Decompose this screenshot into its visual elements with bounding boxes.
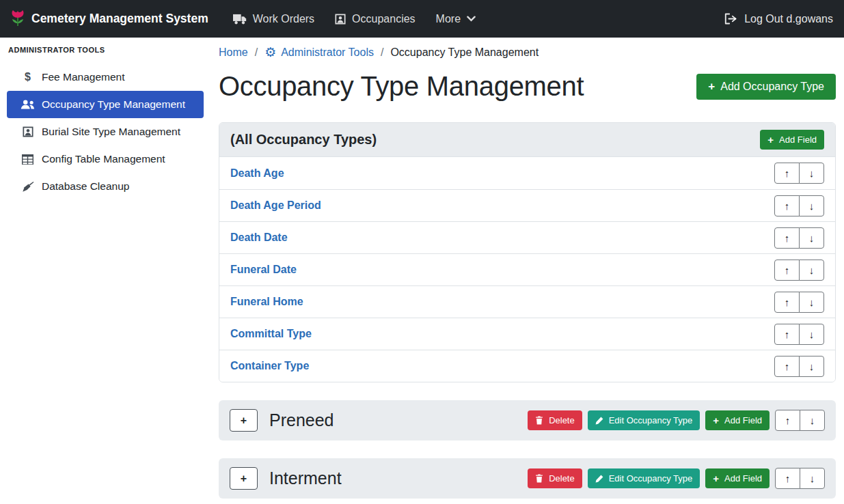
pencil-icon	[595, 417, 603, 425]
arrow-up-icon: ↑	[785, 415, 791, 426]
plus-icon: +	[713, 473, 719, 484]
arrow-down-icon: ↓	[810, 415, 815, 426]
reorder-buttons: ↑ ↓	[774, 195, 824, 216]
arrow-up-icon: ↑	[785, 328, 790, 340]
reorder-buttons: ↑ ↓	[774, 292, 824, 313]
reorder-buttons: ↑ ↓	[774, 356, 824, 377]
logout-button[interactable]: Log Out d.gowans	[724, 13, 833, 25]
breadcrumb-administrator-tools[interactable]: ⚙ Administrator Tools	[264, 46, 374, 59]
plus-icon: +	[767, 135, 774, 145]
delete-button[interactable]: Delete	[528, 410, 582, 430]
reorder-buttons: ↑ ↓	[774, 163, 824, 184]
arrow-down-icon: ↓	[810, 473, 815, 484]
table-icon	[21, 154, 35, 165]
field-link[interactable]: Funeral Home	[230, 296, 303, 308]
sidebar-item-burial-site-type-management[interactable]: Burial Site Type Management	[7, 118, 204, 145]
section-actions: Delete Edit Occupancy Type + Add Field ↑…	[528, 410, 825, 431]
app-brand[interactable]: Cemetery Management System	[11, 10, 208, 28]
field-link[interactable]: Committal Type	[230, 328, 312, 340]
add-occupancy-type-button[interactable]: + Add Occupancy Type	[696, 74, 836, 100]
nav-work-orders[interactable]: Work Orders	[233, 13, 314, 25]
move-down-button[interactable]: ↓	[799, 260, 824, 281]
move-up-button[interactable]: ↑	[774, 292, 800, 313]
breadcrumb-current: Occupancy Type Management	[390, 46, 539, 59]
move-down-button[interactable]: ↓	[799, 227, 824, 249]
edit-occupancy-type-button[interactable]: Edit Occupancy Type	[588, 468, 700, 488]
breadcrumb-home-label: Home	[219, 46, 248, 59]
field-link[interactable]: Funeral Date	[230, 264, 297, 276]
field-link[interactable]: Container Type	[230, 360, 309, 372]
edit-occupancy-type-label: Edit Occupancy Type	[609, 415, 693, 425]
sidebar-item-fee-management[interactable]: $ Fee Management	[7, 64, 204, 91]
field-row: Funeral Home ↑ ↓	[219, 285, 835, 318]
page-title: Occupancy Type Management	[219, 71, 584, 102]
delete-button[interactable]: Delete	[528, 468, 582, 488]
move-down-button[interactable]: ↓	[799, 195, 824, 216]
move-up-button[interactable]: ↑	[774, 227, 800, 249]
move-up-button[interactable]: ↑	[774, 195, 800, 216]
main-content: Home / ⚙ Administrator Tools / Occupancy…	[219, 38, 836, 499]
person-booth-icon	[21, 126, 35, 137]
move-up-button[interactable]: ↑	[775, 410, 800, 431]
move-up-button[interactable]: ↑	[774, 260, 800, 281]
move-down-button[interactable]: ↓	[799, 356, 824, 377]
field-row: Committal Type ↑ ↓	[219, 318, 835, 350]
reorder-buttons: ↑ ↓	[775, 468, 825, 489]
sidebar-item-occupancy-type-management[interactable]: Occupancy Type Management	[7, 91, 204, 118]
nav-occupancies[interactable]: Occupancies	[335, 13, 416, 25]
move-down-button[interactable]: ↓	[799, 163, 824, 184]
navbar-links: Work Orders Occupancies More	[213, 13, 476, 25]
arrow-down-icon: ↓	[809, 200, 815, 212]
breadcrumb-home[interactable]: Home	[219, 46, 248, 59]
expand-button[interactable]: +	[230, 467, 258, 490]
field-row: Container Type ↑ ↓	[219, 350, 835, 382]
add-field-button[interactable]: + Add Field	[705, 410, 770, 430]
delete-label: Delete	[549, 415, 575, 425]
arrow-down-icon: ↓	[809, 167, 815, 179]
section-actions: Delete Edit Occupancy Type + Add Field ↑…	[528, 468, 825, 489]
move-down-button[interactable]: ↓	[799, 324, 824, 345]
truck-icon	[233, 14, 247, 25]
sidebar-item-label: Occupancy Type Management	[42, 98, 185, 111]
nav-more-label: More	[436, 13, 461, 25]
reorder-buttons: ↑ ↓	[774, 324, 824, 345]
move-down-button[interactable]: ↓	[799, 292, 824, 313]
add-field-label: Add Field	[724, 473, 762, 484]
move-up-button[interactable]: ↑	[774, 356, 800, 377]
move-down-button[interactable]: ↓	[800, 468, 825, 489]
edit-occupancy-type-button[interactable]: Edit Occupancy Type	[588, 410, 700, 430]
app-title: Cemetery Management System	[31, 12, 208, 26]
add-field-button[interactable]: + Add Field	[705, 468, 770, 488]
breadcrumb-separator: /	[381, 46, 383, 59]
move-up-button[interactable]: ↑	[774, 324, 800, 345]
broom-icon	[21, 181, 35, 192]
arrow-down-icon: ↓	[809, 361, 815, 372]
section-name: Preneed	[269, 408, 334, 432]
sidebar-heading: Administrator Tools	[0, 46, 210, 64]
occupancy-type-section-interment: + Interment Delete Edit Occupancy Type	[219, 458, 836, 499]
trash-icon	[535, 474, 543, 483]
plus-icon: +	[241, 473, 247, 485]
sidebar-item-config-table-management[interactable]: Config Table Management	[7, 145, 204, 173]
move-up-button[interactable]: ↑	[774, 163, 800, 184]
move-up-button[interactable]: ↑	[775, 468, 800, 489]
add-field-button[interactable]: + Add Field	[760, 130, 824, 150]
chevron-down-icon	[467, 16, 476, 22]
sidebar-item-label: Config Table Management	[42, 153, 165, 165]
nav-work-orders-label: Work Orders	[253, 13, 314, 25]
move-down-button[interactable]: ↓	[800, 410, 825, 431]
breadcrumb: Home / ⚙ Administrator Tools / Occupancy…	[219, 38, 836, 59]
nav-more[interactable]: More	[436, 13, 476, 25]
field-link[interactable]: Death Age	[230, 167, 284, 180]
arrow-down-icon: ↓	[809, 232, 815, 244]
arrow-down-icon: ↓	[809, 328, 815, 340]
arrow-down-icon: ↓	[809, 296, 815, 308]
sidebar: Administrator Tools $ Fee Management Occ…	[0, 38, 210, 504]
all-occupancy-types-card: (All Occupancy Types) + Add Field Death …	[219, 122, 836, 382]
edit-occupancy-type-label: Edit Occupancy Type	[609, 473, 693, 484]
field-link[interactable]: Death Age Period	[230, 199, 321, 212]
expand-button[interactable]: +	[230, 409, 258, 432]
field-row: Funeral Date ↑ ↓	[219, 253, 835, 285]
sidebar-item-database-cleanup[interactable]: Database Cleanup	[7, 173, 204, 200]
field-link[interactable]: Death Date	[230, 232, 288, 244]
